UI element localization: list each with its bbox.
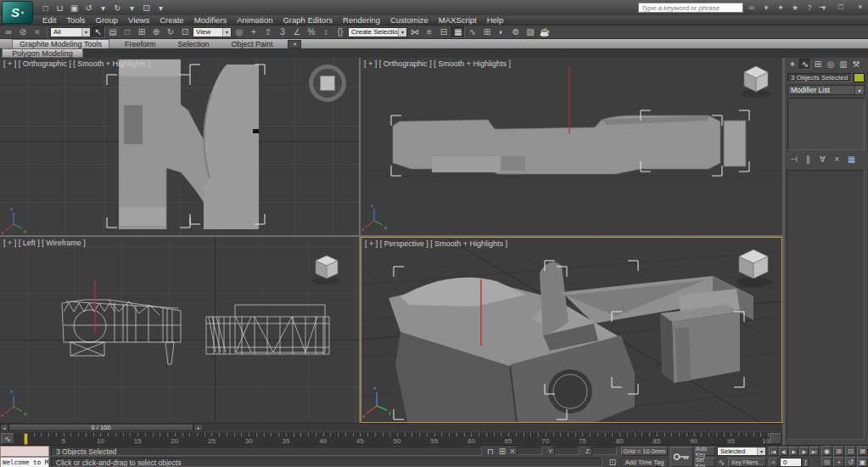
- rendered-frame-window-button[interactable]: ▨: [524, 26, 537, 38]
- tab-hierarchy[interactable]: ⊞: [812, 59, 824, 70]
- next-frame-button[interactable]: |▶: [799, 447, 809, 456]
- viewport-splitter-horizontal[interactable]: [0, 235, 782, 237]
- modifier-list-dropdown[interactable]: Modifier List ▾: [787, 85, 865, 95]
- search-button[interactable]: ∞: [746, 3, 758, 13]
- new-file-button[interactable]: □: [39, 2, 52, 14]
- ribbon-tab-object-paint[interactable]: Object Paint: [224, 39, 279, 48]
- auto-key-button[interactable]: Auto Key: [695, 447, 715, 456]
- redo-dropdown[interactable]: ▾: [126, 2, 138, 14]
- viewport-orthographic-top[interactable]: z x y [ + ] [ Orthographic ] [ Smooth + …: [0, 58, 359, 235]
- zoom-button[interactable]: ◉: [821, 446, 832, 456]
- select-and-move-button[interactable]: ⊕: [149, 26, 163, 38]
- absolute-mode-toggle[interactable]: ⊞: [497, 447, 507, 456]
- macro-recorder-field[interactable]: [0, 446, 49, 457]
- next-frame-arrow[interactable]: ▸: [193, 424, 204, 431]
- select-and-scale-button[interactable]: ⊡: [178, 26, 192, 38]
- key-filter-set-dropdown[interactable]: Selected ▾: [717, 447, 766, 456]
- favorites-icon[interactable]: ★: [789, 3, 801, 13]
- subscription-center-icon[interactable]: ✦: [775, 3, 787, 13]
- orbit-button[interactable]: ↺: [845, 457, 856, 467]
- show-end-result-button[interactable]: ∥: [802, 154, 815, 165]
- menu-modifiers[interactable]: Modifiers: [189, 15, 232, 25]
- select-and-rotate-button[interactable]: ↻: [164, 26, 177, 38]
- configure-modifier-sets-button[interactable]: ▦: [845, 154, 858, 165]
- close-button[interactable]: ×: [854, 2, 867, 11]
- ribbon-collapse-button[interactable]: ▾: [288, 40, 301, 48]
- previous-frame-button[interactable]: ◀|: [779, 447, 788, 456]
- menu-customize[interactable]: Customize: [385, 15, 434, 25]
- key-mode-toggle[interactable]: »: [769, 458, 778, 467]
- go-to-end-button[interactable]: ▶|: [809, 447, 819, 456]
- bind-to-space-warp-button[interactable]: ≈: [31, 26, 44, 38]
- ribbon-panel-polygon-modeling[interactable]: Polygon Modeling: [2, 48, 83, 58]
- menu-help[interactable]: Help: [482, 15, 509, 25]
- current-frame-marker[interactable]: [24, 433, 28, 445]
- ribbon-tab-graphite-modeling-tools[interactable]: Graphite Modeling Tools: [12, 39, 109, 48]
- tab-modify[interactable]: ∿: [799, 59, 811, 70]
- percent-snap-button[interactable]: %: [305, 26, 318, 38]
- viewport-label[interactable]: [ + ] [ Left ] [ Wireframe ]: [3, 239, 86, 247]
- time-slider-track[interactable]: ◂ 0 / 100 ▸: [0, 423, 782, 431]
- undo-dropdown[interactable]: ▾: [97, 2, 109, 14]
- align-button[interactable]: ≡: [423, 26, 436, 38]
- select-object-button[interactable]: ↖: [92, 26, 105, 38]
- frame-spinner[interactable]: ▴▾: [803, 458, 809, 467]
- spinner-snap-button[interactable]: ↕: [319, 26, 333, 38]
- project-folder-button[interactable]: ⊡: [140, 2, 153, 14]
- schematic-view-button[interactable]: ⊞: [480, 26, 494, 38]
- object-color-swatch[interactable]: [854, 73, 865, 82]
- project-dropdown[interactable]: ▾: [154, 2, 167, 14]
- selection-filter-dropdown[interactable]: All▾: [50, 27, 91, 37]
- x-coordinate-field[interactable]: [517, 447, 542, 455]
- menu-edit[interactable]: Edit: [37, 15, 61, 25]
- menu-group[interactable]: Group: [91, 15, 123, 25]
- open-file-button[interactable]: ⊔: [53, 2, 66, 14]
- render-setup-button[interactable]: ⚙: [509, 26, 523, 38]
- make-unique-button[interactable]: ∀: [816, 154, 829, 165]
- current-frame-field[interactable]: 0: [780, 458, 802, 467]
- window-crossing-button[interactable]: ⊞: [135, 26, 148, 38]
- key-filter-icon[interactable]: ∿: [717, 458, 726, 467]
- menu-rendering[interactable]: Rendering: [338, 15, 385, 25]
- reference-coordinate-dropdown[interactable]: View▾: [193, 27, 232, 37]
- curve-editor-button[interactable]: ∿: [466, 26, 479, 38]
- zoom-region-button[interactable]: ⊟: [821, 457, 832, 467]
- viewport-label[interactable]: [ + ] [ Orthographic ] [ Smooth + Highli…: [364, 59, 511, 68]
- go-to-start-button[interactable]: |◀: [769, 447, 778, 456]
- menu-views[interactable]: Views: [123, 15, 154, 25]
- grid-setting-display[interactable]: Grid = 10.0mm: [621, 447, 668, 456]
- pan-button[interactable]: +: [833, 457, 844, 467]
- undo-button[interactable]: ↺: [82, 2, 95, 14]
- keyboard-shortcut-override-button[interactable]: ⇧: [261, 26, 275, 38]
- search-input[interactable]: [638, 3, 743, 13]
- unlink-selection-button[interactable]: ⊘: [16, 26, 30, 38]
- viewcube[interactable]: [309, 65, 346, 102]
- minimize-button[interactable]: –: [815, 2, 828, 11]
- tab-motion[interactable]: ◎: [825, 59, 837, 70]
- menu-tools[interactable]: Tools: [61, 15, 90, 25]
- selection-lock-toggle[interactable]: ⊓: [485, 447, 496, 456]
- snap-toggle-3d-button[interactable]: 3: [276, 26, 289, 38]
- select-and-manipulate-button[interactable]: +: [247, 26, 260, 38]
- viewport-perspective[interactable]: z x y [ + ] [ Perspective ] [ Smooth + H…: [361, 237, 782, 423]
- menu-graph-editors[interactable]: Graph Editors: [277, 15, 338, 25]
- search-options-dropdown[interactable]: ▾: [760, 3, 772, 13]
- key-filters-button[interactable]: Key Filters...: [728, 458, 766, 467]
- ribbon-tab-selection[interactable]: Selection: [171, 39, 216, 48]
- track-bar-end-button[interactable]: [770, 433, 781, 444]
- play-button[interactable]: ▶: [789, 447, 798, 456]
- rectangular-selection-region-button[interactable]: □: [120, 26, 134, 38]
- y-coordinate-field[interactable]: [554, 447, 580, 455]
- graphite-modeling-toggle-button[interactable]: ▦: [451, 26, 465, 38]
- redo-button[interactable]: ↻: [111, 2, 124, 14]
- render-production-button[interactable]: ☕: [538, 26, 552, 38]
- add-time-tag-button[interactable]: Add Time Tag: [621, 458, 668, 467]
- viewport-left-wireframe[interactable]: z x y [ + ] [ Left ] [ Wireframe ]: [0, 237, 359, 423]
- pin-stack-button[interactable]: ⊣: [787, 154, 800, 165]
- menu-create[interactable]: Create: [154, 15, 189, 25]
- angle-snap-button[interactable]: ∠: [290, 26, 304, 38]
- modifier-stack-list[interactable]: [787, 98, 865, 150]
- help-icon[interactable]: ?: [804, 3, 815, 13]
- viewport-label[interactable]: [ + ] [ Perspective ] [ Smooth + Highlig…: [365, 239, 507, 248]
- select-by-name-button[interactable]: ▤: [106, 26, 120, 38]
